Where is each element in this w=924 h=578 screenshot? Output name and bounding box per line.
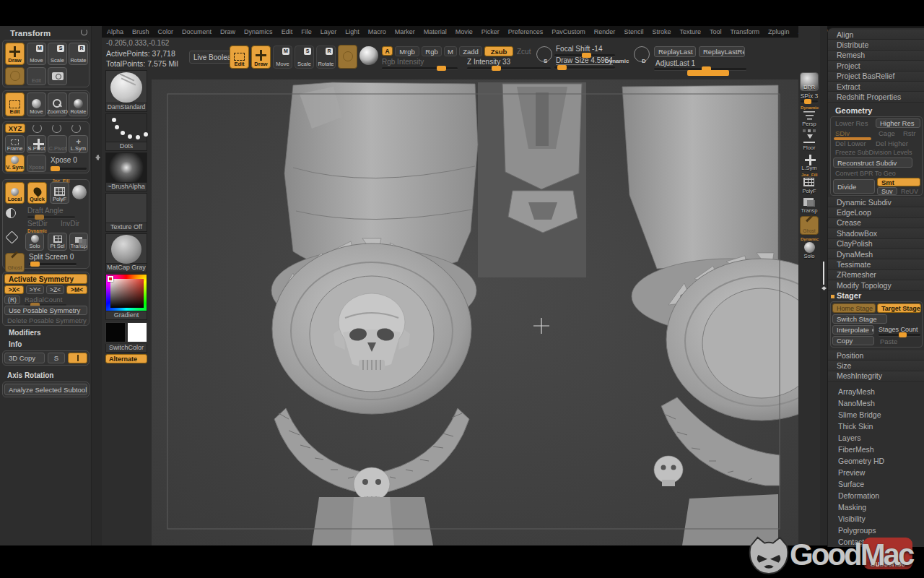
- stages-count-slider[interactable]: [879, 334, 920, 336]
- use-posable-button[interactable]: Use Posable Symmetry: [4, 306, 87, 315]
- sym-m-button[interactable]: >M<: [66, 285, 87, 294]
- menu-item[interactable]: Alpha: [107, 28, 123, 35]
- rotate-x-icon[interactable]: [32, 124, 42, 133]
- split-screen-slider[interactable]: [29, 263, 77, 265]
- draft-angle-handle[interactable]: [35, 215, 44, 220]
- scale-mode-button[interactable]: S Scale: [48, 43, 67, 65]
- subpalette-row[interactable]: ClayPolish: [828, 239, 924, 249]
- transparency-button[interactable]: Transp: [69, 233, 88, 251]
- replay-last-button[interactable]: ReplayLast: [654, 46, 696, 57]
- menu-item[interactable]: Light: [345, 28, 359, 35]
- spix-slider[interactable]: [801, 100, 818, 103]
- switch-color-label[interactable]: SwitchColor: [105, 344, 147, 353]
- alpha-thumbnail[interactable]: [105, 152, 147, 183]
- right-divider[interactable]: [820, 26, 827, 545]
- radial-toggle-button[interactable]: (R): [4, 296, 20, 304]
- menu-item[interactable]: Stencil: [624, 28, 643, 35]
- color-sv-square[interactable]: [110, 279, 144, 308]
- stager-paste-button[interactable]: Paste: [880, 337, 897, 345]
- copy-value-field[interactable]: [68, 353, 87, 363]
- stager-copy-button[interactable]: Copy: [832, 336, 874, 345]
- subpalette-row[interactable]: FiberMesh: [828, 444, 924, 455]
- menu-item[interactable]: Zplugin: [768, 28, 790, 35]
- toolbar-scale-button[interactable]: S Scale: [295, 46, 314, 69]
- menu-item[interactable]: Color: [158, 28, 174, 35]
- setdir-button[interactable]: SetDir: [27, 220, 48, 228]
- local-symmetry-button[interactable]: ✛ L.Sym: [69, 135, 88, 153]
- menu-item[interactable]: Layer: [321, 28, 337, 35]
- rgb-intensity-handle[interactable]: [437, 66, 446, 71]
- menu-item[interactable]: Draw: [220, 28, 235, 35]
- xpose-slider[interactable]: [51, 168, 87, 170]
- subpalette-row[interactable]: EdgeLoop: [828, 207, 924, 217]
- material-thumbnail[interactable]: [105, 233, 147, 264]
- stroke-thumbnail[interactable]: [105, 113, 147, 142]
- toolbar-draw-button[interactable]: Draw: [251, 46, 271, 69]
- secondary-color-swatch[interactable]: [127, 322, 147, 342]
- subpalette-row[interactable]: Align: [828, 30, 924, 40]
- subpalette-row[interactable]: Slime Bridge: [828, 409, 924, 420]
- menu-item[interactable]: Texture: [679, 28, 701, 35]
- suv-toggle[interactable]: Suv: [877, 187, 897, 195]
- menu-item[interactable]: Preferences: [508, 28, 544, 35]
- spix-handle[interactable]: [804, 99, 811, 104]
- subpalette-row[interactable]: DynaMesh: [828, 249, 924, 259]
- transp-rail-icon[interactable]: [803, 198, 814, 206]
- delete-posable-button[interactable]: Delete Posable Symmetry: [7, 316, 87, 324]
- matcap-preview-icon[interactable]: [72, 185, 87, 199]
- replay-last-rel-button[interactable]: ReplayLastRel: [699, 46, 745, 57]
- cage-button[interactable]: Cage: [879, 129, 895, 137]
- subpalette-row[interactable]: ArrayMesh: [828, 386, 924, 397]
- s-toggle-button[interactable]: S: [48, 353, 65, 363]
- color-picker[interactable]: [105, 274, 147, 311]
- higher-res-button[interactable]: Higher Res: [876, 118, 920, 128]
- right-scroll-thumb[interactable]: [823, 262, 824, 285]
- zcut-button[interactable]: Zcut: [517, 48, 531, 56]
- del-lower-button[interactable]: Del Lower: [835, 139, 866, 147]
- stages-count-handle[interactable]: [899, 332, 907, 337]
- main-color-swatch[interactable]: [105, 322, 126, 342]
- z-intensity-handle[interactable]: [492, 66, 501, 71]
- lsym-icon[interactable]: [805, 155, 814, 163]
- set-pivot-button[interactable]: S.Pivot: [27, 135, 46, 153]
- floor-icon[interactable]: [803, 134, 815, 143]
- interpolate-button[interactable]: Interpolate: [832, 325, 874, 335]
- copy-3d-button[interactable]: 3D Copy: [4, 353, 45, 363]
- toolbar-rotate-button[interactable]: R Rotate: [316, 46, 336, 69]
- toolbar-move-button[interactable]: M Move: [273, 46, 292, 69]
- xpose-button[interactable]: Xpose: [27, 155, 46, 172]
- subpalette-row[interactable]: Geometry HD: [828, 455, 924, 467]
- convert-bpr-button[interactable]: Convert BPR To Geo: [835, 170, 896, 177]
- subpalette-row[interactable]: Masking: [828, 501, 924, 513]
- z-intensity-slider[interactable]: [467, 67, 551, 69]
- subpalette-row[interactable]: Distribute: [828, 40, 924, 50]
- point-select-button[interactable]: Pt Sel: [48, 233, 67, 251]
- sym-y-button[interactable]: >Y<: [26, 285, 44, 294]
- floor-axis-toggles[interactable]: [803, 129, 816, 132]
- material-sphere-thumb[interactable]: [359, 46, 378, 65]
- menu-item[interactable]: Movie: [456, 28, 473, 35]
- menu-item[interactable]: Tool: [710, 28, 722, 35]
- toolbar-edit-button[interactable]: Edit: [230, 46, 249, 69]
- sculpt-canvas[interactable]: [152, 79, 798, 545]
- menu-item[interactable]: File: [301, 28, 312, 35]
- mrgb-button[interactable]: Mrgb: [395, 46, 419, 56]
- edit-button[interactable]: Edit: [5, 92, 25, 116]
- subpalette-row[interactable]: Position: [828, 350, 924, 361]
- subpalette-row[interactable]: Tessimate: [828, 259, 924, 269]
- m-button[interactable]: M: [444, 46, 457, 56]
- ghost-rail-button[interactable]: Ghost: [800, 216, 819, 235]
- menu-item[interactable]: Render: [594, 28, 616, 35]
- rotate-viewport-button[interactable]: Rotate: [69, 92, 88, 116]
- subpalette-row[interactable]: NanoMesh: [828, 397, 924, 409]
- clear-pivot-button[interactable]: C.Pivot: [48, 135, 67, 153]
- subpalette-row[interactable]: Dynamic Subdiv: [828, 197, 924, 207]
- refresh-icon[interactable]: [81, 29, 87, 35]
- material-slot-button[interactable]: [5, 67, 25, 85]
- subpalette-row[interactable]: Crease: [828, 218, 924, 228]
- subpalette-row[interactable]: Deformation: [828, 490, 924, 501]
- menu-item[interactable]: Edit: [282, 28, 293, 35]
- reconstruct-subdiv-button[interactable]: Reconstruct Subdiv: [833, 158, 912, 168]
- alternate-button[interactable]: Alternate: [105, 354, 147, 363]
- subpalette-row[interactable]: Project BasRelief: [828, 72, 924, 82]
